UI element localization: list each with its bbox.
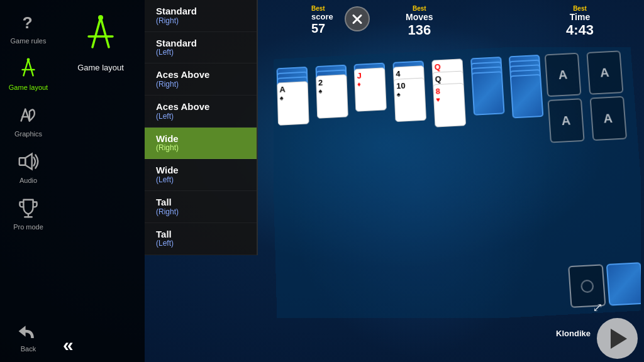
moves-name: Moves [406,12,433,22]
menu-item-main: Standard [156,6,197,16]
sidebar: ? Game rules Game layout [0,0,57,362]
foundation-slot-3: A [548,98,585,143]
pen-icon [14,101,42,129]
menu-item-sub: (Right) [156,17,245,25]
play-button[interactable] [597,318,638,359]
svg-line-10 [92,18,101,47]
menu-item-aces-above-right[interactable]: Aces Above (Right) [145,63,257,96]
card-j-diamond: J♦ [354,67,387,111]
menu-item-aces-above-left[interactable]: Aces Above (Left) [145,96,257,128]
foundation-slot-4: A [589,96,626,141]
menu-item-sub: (Left) [156,112,245,121]
menu-item-standard-left[interactable]: Standard (Left) [145,32,257,64]
close-button[interactable] [345,6,370,31]
menu-item-main: Tall [156,229,172,239]
score-sub-label: score [311,12,333,21]
menu-item-wide-right[interactable]: Wide (Right) [145,128,257,160]
svg-marker-7 [25,154,31,170]
svg-line-11 [101,18,109,47]
back-arrows-button[interactable]: « [63,334,69,356]
sidebar-label-game-rules: Game rules [11,37,47,45]
svg-text:?: ? [23,13,33,32]
sidebar-item-game-rules[interactable]: ? Game rules [0,3,57,50]
card-col-1: A♠ [277,67,321,318]
deck-area [568,262,641,308]
menu-item-standard-right[interactable]: Standard (Right) [145,0,257,32]
game-area: Best score 57 Best Moves 136 Best Time 4… [261,0,644,362]
svg-rect-6 [19,158,26,165]
sidebar-item-graphics[interactable]: Graphics [0,96,57,143]
back-label: Back [21,345,36,353]
question-icon: ? [14,8,42,36]
menu-item-sub: (Right) [156,144,245,152]
moves-value: 136 [406,22,433,38]
menu-item-wide-left[interactable]: Wide (Left) [145,159,257,191]
time-value: 4:43 [566,22,594,38]
menu-item-sub: (Left) [156,239,245,248]
menu-item-tall-right[interactable]: Tall (Right) [145,191,257,223]
panel-compass-icon [75,9,126,60]
sidebar-label-graphics: Graphics [14,130,42,138]
score-best-label: Best [311,5,333,12]
expand-button[interactable]: ⤢ [592,300,603,315]
deck-circle [580,279,594,293]
sidebar-label-pro-mode: Pro mode [13,223,43,231]
menu-item-sub: (Left) [156,48,245,57]
moves-best-label: Best [406,5,433,12]
menu-item-main: Standard [156,38,197,48]
menu-item-main: Aces Above [156,69,209,80]
panel-title: Game layout [77,63,124,72]
undo-icon [14,317,42,345]
foundation-slot-1: A [545,53,582,97]
card-10-spade: 10♠ [394,77,427,122]
card-table-container: A♠ 2♠ J♦ 4♠ 10♠ [274,47,641,318]
card-col-3: J♦ [354,62,401,318]
menu-item-tall-left[interactable]: Tall (Left) [145,223,257,255]
menu-item-main: Wide [156,133,179,144]
menu-item-main: Tall [156,197,172,207]
trophy-icon [14,194,42,222]
card-2-spade: 2♠ [316,74,348,119]
sidebar-item-audio[interactable]: Audio [0,143,57,189]
card-spade-ace: A♠ [277,81,309,126]
menu-item-sub: (Right) [156,80,245,89]
time-best-label: Best [566,5,594,12]
sidebar-label-game-layout: Game layout [9,84,48,91]
svg-line-1 [23,60,28,76]
sidebar-item-game-layout[interactable]: Game layout [0,50,57,96]
sidebar-item-pro-mode[interactable]: Pro mode [0,189,57,236]
menu-item-sub: (Right) [156,208,245,216]
deck-card[interactable] [606,262,641,306]
audio-icon [14,148,42,175]
svg-point-13 [98,15,103,20]
sidebar-label-audio: Audio [19,177,37,184]
card-col-2: 2♠ [315,64,360,318]
card-back-16 [510,74,544,119]
foundation-slot-2: A [586,50,623,94]
score-value: 57 [311,21,333,36]
svg-point-4 [27,58,30,61]
layout-dropdown-menu: Standard (Right) Standard (Left) Aces Ab… [145,0,258,255]
compass-icon [14,55,42,82]
menu-item-sub: (Left) [156,176,245,184]
card-8-heart: 8♥ [433,83,466,128]
menu-item-main: Aces Above [156,101,209,112]
card-back-11 [471,71,504,116]
panel-area: Game layout [57,0,145,362]
card-columns: A♠ 2♠ J♦ 4♠ 10♠ [277,55,562,318]
card-table: A♠ 2♠ J♦ 4♠ 10♠ [274,47,641,318]
time-name: Time [566,12,594,22]
foundation-slots: A A A A [545,50,631,143]
game-name: Klondike [556,329,591,338]
svg-line-2 [28,60,33,76]
menu-item-main: Wide [156,165,179,175]
back-button[interactable]: Back [0,312,57,359]
